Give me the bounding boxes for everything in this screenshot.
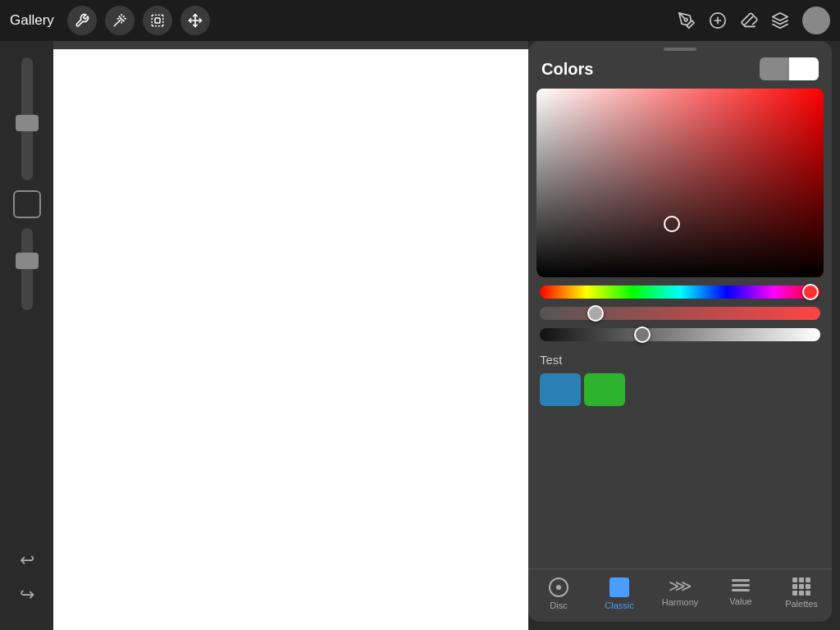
palette-dot <box>806 578 810 582</box>
tab-disc-label: Disc <box>550 600 567 610</box>
tab-palettes-label: Palettes <box>785 599 818 609</box>
value-slider[interactable] <box>540 328 820 341</box>
value-slider-thumb[interactable] <box>634 326 651 343</box>
brush-size-thumb[interactable] <box>16 115 39 131</box>
tab-value[interactable]: Value <box>710 578 771 610</box>
gallery-button[interactable]: Gallery <box>10 12 54 29</box>
palette-dot <box>799 578 804 582</box>
palettes-icon <box>792 578 810 596</box>
eraser-button[interactable] <box>740 11 758 30</box>
sliders-area <box>528 277 832 341</box>
tab-harmony[interactable]: ⋙ Harmony <box>650 578 710 610</box>
tab-palettes[interactable]: Palettes <box>771 578 832 610</box>
pen-tool-button[interactable] <box>678 11 696 30</box>
saturation-slider-thumb[interactable] <box>587 305 604 322</box>
svg-point-3 <box>684 18 687 21</box>
opacity-thumb[interactable] <box>16 253 39 269</box>
sidebar-bottom: ↩ ↪ <box>20 550 34 630</box>
tab-classic-label: Classic <box>605 600 633 610</box>
palette-dot <box>806 591 810 596</box>
shape-button[interactable] <box>13 190 41 218</box>
hue-slider-thumb[interactable] <box>802 284 819 300</box>
layers-button[interactable] <box>771 11 789 30</box>
brush-select-button[interactable] <box>709 11 727 30</box>
tab-disc[interactable]: Disc <box>528 578 589 610</box>
palette-dot <box>799 591 804 596</box>
color-gradient-picker[interactable] <box>536 89 824 277</box>
harmony-icon: ⋙ <box>669 578 692 594</box>
palette-dot <box>792 578 797 582</box>
opacity-slider[interactable] <box>21 228 33 310</box>
palette-label: Test <box>540 353 820 367</box>
colors-panel: Colors Test Disc <box>528 41 832 622</box>
drag-handle <box>664 48 696 51</box>
classic-icon <box>609 578 629 597</box>
value-line-3 <box>732 589 750 591</box>
palette-dot <box>792 591 797 596</box>
panel-handle[interactable] <box>528 41 832 54</box>
palette-dot <box>799 584 804 589</box>
palette-swatches <box>540 373 820 406</box>
swatch-green[interactable] <box>584 373 625 406</box>
top-toolbar: Gallery <box>0 0 840 41</box>
undo-button[interactable]: ↩ <box>20 550 34 571</box>
svg-rect-0 <box>155 18 160 23</box>
colors-title: Colors <box>541 60 760 79</box>
value-icon <box>732 578 750 593</box>
previous-color-swatch[interactable] <box>760 57 789 80</box>
swatch-blue[interactable] <box>540 373 581 406</box>
selection-tool-button[interactable] <box>143 6 172 35</box>
palette-dot <box>792 584 797 589</box>
transform-tool-button[interactable] <box>180 6 210 35</box>
brush-size-slider[interactable] <box>21 57 33 180</box>
tab-value-label: Value <box>729 596 751 606</box>
disc-icon <box>549 578 568 597</box>
tab-harmony-label: Harmony <box>662 597 699 607</box>
gradient-dark-overlay <box>536 89 824 277</box>
hue-slider[interactable] <box>540 285 820 299</box>
tab-classic[interactable]: Classic <box>589 578 650 610</box>
current-color-swatch[interactable] <box>789 57 819 80</box>
colors-header: Colors <box>528 54 832 89</box>
palette-dot <box>806 584 810 589</box>
bottom-tab-bar: Disc Classic ⋙ Harmony Value <box>528 568 832 622</box>
redo-button[interactable]: ↪ <box>20 584 34 605</box>
canvas-area[interactable] <box>53 41 528 630</box>
value-line-2 <box>732 584 750 587</box>
palette-section: Test <box>528 341 832 406</box>
right-tool-icons <box>678 7 830 34</box>
wrench-tool-button[interactable] <box>67 6 97 35</box>
saturation-slider[interactable] <box>540 307 820 320</box>
svg-marker-8 <box>773 13 788 21</box>
magic-wand-tool-button[interactable] <box>105 6 135 35</box>
left-tool-icons <box>67 6 210 35</box>
value-line-1 <box>732 579 750 582</box>
drawing-canvas[interactable] <box>53 49 528 630</box>
user-avatar[interactable] <box>802 7 830 34</box>
left-sidebar: ↩ ↪ <box>0 41 53 630</box>
